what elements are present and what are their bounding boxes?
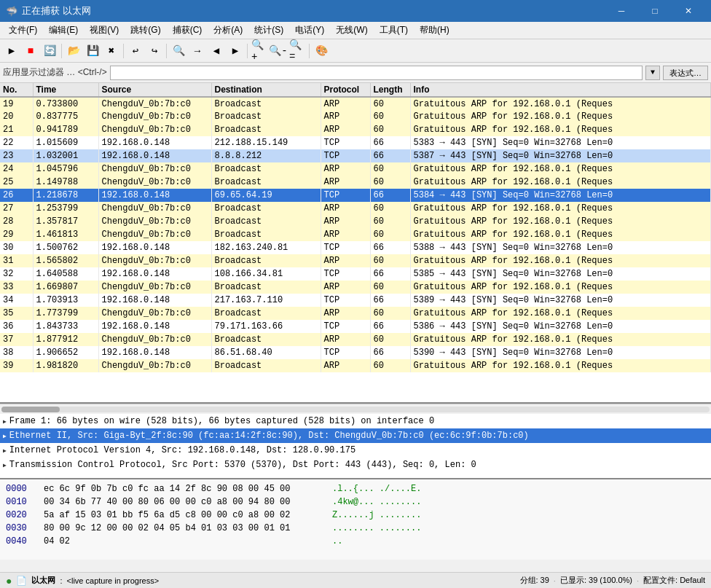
hex-row: 00205a af 15 03 01 bb f5 6a d5 c8 00 00 … bbox=[6, 509, 705, 522]
detail-row[interactable]: ▶Internet Protocol Version 4, Src: 192.1… bbox=[0, 443, 711, 458]
table-cell: ARP bbox=[321, 176, 370, 189]
table-cell: 192.168.0.148 bbox=[98, 149, 211, 162]
table-cell: 35 bbox=[0, 307, 33, 320]
redo-button[interactable]: ↪ bbox=[146, 42, 163, 60]
table-cell: 5388 → 443 [SYN] Seq=0 Win=32768 Len=0 bbox=[410, 241, 711, 254]
stop-capture-button[interactable]: ■ bbox=[22, 42, 39, 60]
menu-item-t[interactable]: 工具(T) bbox=[374, 23, 414, 39]
detail-row[interactable]: ▶Ethernet II, Src: Giga-Byt_2f:8c:90 (fc… bbox=[0, 428, 711, 443]
open-file-button[interactable]: 📂 bbox=[65, 42, 82, 60]
table-cell: 60 bbox=[370, 228, 410, 241]
menu-item-h[interactable]: 帮助(H) bbox=[414, 23, 455, 39]
table-cell: 1.218678 bbox=[33, 189, 98, 202]
table-cell: ARP bbox=[321, 333, 370, 346]
col-length[interactable]: Length bbox=[370, 83, 410, 97]
find-button[interactable]: 🔍 bbox=[170, 42, 187, 60]
table-cell: Gratuitous ARP for 192.168.0.1 (Reques bbox=[410, 162, 711, 176]
detail-text: Frame 1: 66 bytes on wire (528 bits), 66… bbox=[9, 416, 434, 426]
close-file-button[interactable]: ✖ bbox=[103, 42, 120, 60]
table-row[interactable]: 210.941789ChengduV_0b:7b:c0BroadcastARP6… bbox=[0, 123, 711, 136]
maximize-button[interactable]: □ bbox=[638, 0, 672, 22]
table-cell: 60 bbox=[370, 162, 410, 176]
menu-item-g[interactable]: 跳转(G) bbox=[125, 23, 166, 39]
zoom-in-button[interactable]: 🔍+ bbox=[251, 42, 268, 60]
table-cell: 27 bbox=[0, 202, 33, 215]
col-time[interactable]: Time bbox=[33, 83, 98, 97]
detail-row[interactable]: ▶Transmission Control Protocol, Src Port… bbox=[0, 458, 711, 472]
menu-item-f[interactable]: 文件(F) bbox=[3, 23, 43, 39]
table-row[interactable]: 291.461813ChengduV_0b:7b:c0BroadcastARP6… bbox=[0, 228, 711, 241]
hex-bytes: 04 02 bbox=[44, 536, 321, 546]
menu-item-y[interactable]: 电话(Y) bbox=[289, 23, 330, 39]
hex-row: 0000ec 6c 9f 0b 7b c0 fc aa 14 2f 8c 90 … bbox=[6, 482, 705, 495]
table-row[interactable]: 321.640588192.168.0.148108.166.34.81TCP6… bbox=[0, 267, 711, 281]
hex-offset: 0000 bbox=[6, 484, 32, 494]
table-row[interactable]: 231.032001192.168.0.1488.8.8.212TCP66538… bbox=[0, 149, 711, 162]
col-info[interactable]: Info bbox=[410, 83, 711, 97]
detail-row[interactable]: ▶Frame 1: 66 bytes on wire (528 bits), 6… bbox=[0, 414, 711, 428]
menu-item-w[interactable]: 无线(W) bbox=[330, 23, 373, 39]
table-cell: ChengduV_0b:7b:c0 bbox=[98, 176, 211, 189]
table-cell: ChengduV_0b:7b:c0 bbox=[98, 162, 211, 176]
table-cell: 5383 → 443 [SYN] Seq=0 Win=32768 Len=0 bbox=[410, 136, 711, 149]
table-cell: 5387 → 443 [SYN] Seq=0 Win=32768 Len=0 bbox=[410, 149, 711, 162]
table-row[interactable]: 361.843733192.168.0.14879.171.163.66TCP6… bbox=[0, 320, 711, 333]
table-cell: TCP bbox=[321, 149, 370, 162]
table-row[interactable]: 391.981820ChengduV_0b:7b:c0BroadcastARP6… bbox=[0, 359, 711, 372]
table-cell: Broadcast bbox=[211, 228, 321, 241]
table-row[interactable]: 271.253799ChengduV_0b:7b:c0BroadcastARP6… bbox=[0, 202, 711, 215]
menu-item-e[interactable]: 编辑(E) bbox=[43, 23, 84, 39]
table-row[interactable]: 200.837775ChengduV_0b:7b:c0BroadcastARP6… bbox=[0, 110, 711, 123]
table-cell: Gratuitous ARP for 192.168.0.1 (Reques bbox=[410, 215, 711, 228]
go-to-button[interactable]: → bbox=[189, 42, 206, 60]
prev-button[interactable]: ◀ bbox=[208, 42, 225, 60]
zoom-reset-button[interactable]: 🔍= bbox=[288, 42, 306, 60]
table-cell: Gratuitous ARP for 192.168.0.1 (Reques bbox=[410, 176, 711, 189]
next-button[interactable]: ▶ bbox=[227, 42, 244, 60]
table-row[interactable]: 331.669807ChengduV_0b:7b:c0BroadcastARP6… bbox=[0, 281, 711, 294]
menu-item-s[interactable]: 统计(S) bbox=[248, 23, 289, 39]
table-row[interactable]: 311.565802ChengduV_0b:7b:c0BroadcastARP6… bbox=[0, 254, 711, 267]
packet-table-container[interactable]: No. Time Source Destination Protocol Len… bbox=[0, 83, 711, 404]
col-source[interactable]: Source bbox=[98, 83, 211, 97]
minimize-button[interactable]: ─ bbox=[605, 0, 638, 22]
table-row[interactable]: 301.500762192.168.0.148182.163.240.81TCP… bbox=[0, 241, 711, 254]
table-cell: 1.703913 bbox=[33, 294, 98, 307]
table-row[interactable]: 261.218678192.168.0.14869.65.64.19TCP665… bbox=[0, 189, 711, 202]
zoom-out-button[interactable]: 🔍- bbox=[270, 42, 287, 60]
table-row[interactable]: 221.015609192.168.0.148212.188.15.149TCP… bbox=[0, 136, 711, 149]
filter-dropdown-button[interactable]: ▼ bbox=[645, 66, 660, 80]
table-row[interactable]: 341.703913192.168.0.148217.163.7.110TCP6… bbox=[0, 294, 711, 307]
col-destination[interactable]: Destination bbox=[211, 83, 321, 97]
reload-button[interactable]: ↩ bbox=[127, 42, 144, 60]
menu-item-a[interactable]: 分析(A) bbox=[208, 23, 248, 39]
detail-text: Internet Protocol Version 4, Src: 192.16… bbox=[9, 445, 356, 455]
horizontal-scrollbar[interactable] bbox=[0, 404, 711, 414]
table-row[interactable]: 381.906652192.168.0.14886.51.68.40TCP665… bbox=[0, 346, 711, 359]
table-row[interactable]: 251.149788ChengduV_0b:7b:c0BroadcastARP6… bbox=[0, 176, 711, 189]
start-capture-button[interactable]: ▶ bbox=[3, 42, 20, 60]
separator-3 bbox=[166, 44, 167, 58]
menu-item-c[interactable]: 捕获(C) bbox=[167, 23, 208, 39]
col-protocol[interactable]: Protocol bbox=[321, 83, 370, 97]
table-row[interactable]: 241.045796ChengduV_0b:7b:c0BroadcastARP6… bbox=[0, 162, 711, 176]
status-packets: 分组: 39 bbox=[520, 575, 549, 586]
filter-input[interactable] bbox=[110, 66, 643, 80]
close-button[interactable]: ✕ bbox=[672, 0, 705, 22]
hex-row: 003080 00 9c 12 00 00 02 04 05 b4 01 03 … bbox=[6, 522, 705, 535]
hex-offset: 0020 bbox=[6, 510, 32, 520]
restart-capture-button[interactable]: 🔄 bbox=[41, 42, 58, 60]
hex-ascii: ........ ........ bbox=[332, 523, 421, 533]
table-row[interactable]: 351.773799ChengduV_0b:7b:c0BroadcastARP6… bbox=[0, 307, 711, 320]
table-row[interactable]: 190.733800ChengduV_0b:7b:c0BroadcastARP6… bbox=[0, 97, 711, 110]
table-cell: 1.640588 bbox=[33, 267, 98, 281]
table-cell: 192.168.0.148 bbox=[98, 346, 211, 359]
table-cell: 22 bbox=[0, 136, 33, 149]
table-row[interactable]: 281.357817ChengduV_0b:7b:c0BroadcastARP6… bbox=[0, 215, 711, 228]
expression-button[interactable]: 表达式… bbox=[663, 66, 708, 80]
col-no[interactable]: No. bbox=[0, 83, 33, 97]
save-file-button[interactable]: 💾 bbox=[84, 42, 101, 60]
menu-item-v[interactable]: 视图(V) bbox=[84, 23, 125, 39]
colorize-button[interactable]: 🎨 bbox=[313, 42, 330, 60]
table-row[interactable]: 371.877912ChengduV_0b:7b:c0BroadcastARP6… bbox=[0, 333, 711, 346]
